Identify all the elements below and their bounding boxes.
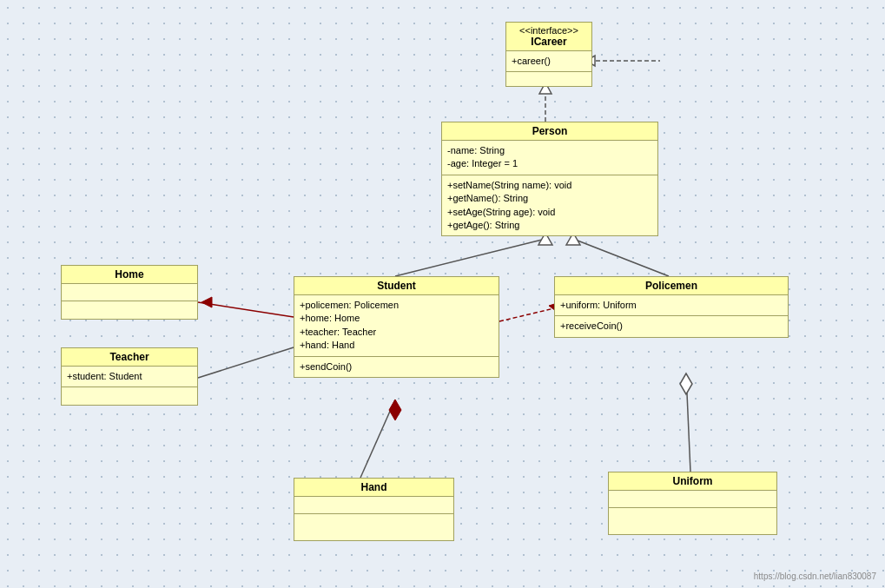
policemen-class: Policemen +uniform: Uniform +receiveCoin… [554, 276, 789, 338]
teacher-methods [62, 387, 197, 405]
hand-title: Hand [294, 479, 453, 497]
uniform-fields [609, 491, 776, 508]
policemen-methods: +receiveCoin() [555, 316, 788, 336]
icareer-empty [506, 72, 591, 86]
home-title: Home [62, 266, 197, 284]
svg-line-6 [573, 239, 669, 276]
student-fields: +policemen: Policemen +home: Home +teach… [294, 295, 499, 357]
student-title: Student [294, 277, 499, 295]
svg-line-8 [198, 302, 294, 317]
svg-marker-17 [680, 373, 692, 394]
svg-marker-9 [201, 297, 212, 307]
watermark: https://blog.csdn.net/lian830087 [754, 571, 876, 581]
svg-line-16 [686, 373, 690, 472]
home-fields [62, 284, 197, 301]
teacher-title: Teacher [62, 348, 197, 367]
uniform-class: Uniform [608, 472, 777, 535]
person-title: Person [442, 122, 657, 141]
home-methods [62, 301, 197, 319]
icareer-title: <<interface>> ICareer [506, 23, 591, 51]
icareer-methods: +career() [506, 51, 591, 72]
svg-line-4 [395, 239, 545, 276]
person-fields: -name: String -age: Integer = 1 [442, 141, 657, 175]
svg-line-12 [499, 308, 554, 321]
person-class: Person -name: String -age: Integer = 1 +… [441, 122, 658, 236]
student-class: Student +policemen: Policemen +home: Hom… [294, 276, 499, 378]
icareer-class: <<interface>> ICareer +career() [505, 22, 592, 87]
svg-line-10 [198, 347, 294, 378]
home-class: Home [61, 265, 198, 320]
teacher-class: Teacher +student: Student [61, 347, 198, 406]
hand-fields [294, 497, 453, 514]
person-methods: +setName(String name): void +getName(): … [442, 175, 657, 236]
hand-methods [294, 514, 453, 540]
hand-class: Hand [294, 478, 454, 541]
svg-line-14 [360, 400, 395, 478]
student-methods: +sendCoin() [294, 357, 499, 377]
policemen-title: Policemen [555, 277, 788, 295]
teacher-fields: +student: Student [62, 367, 197, 387]
uniform-title: Uniform [609, 472, 776, 491]
svg-marker-15 [389, 400, 401, 420]
policemen-fields: +uniform: Uniform [555, 295, 788, 316]
uniform-methods [609, 508, 776, 534]
